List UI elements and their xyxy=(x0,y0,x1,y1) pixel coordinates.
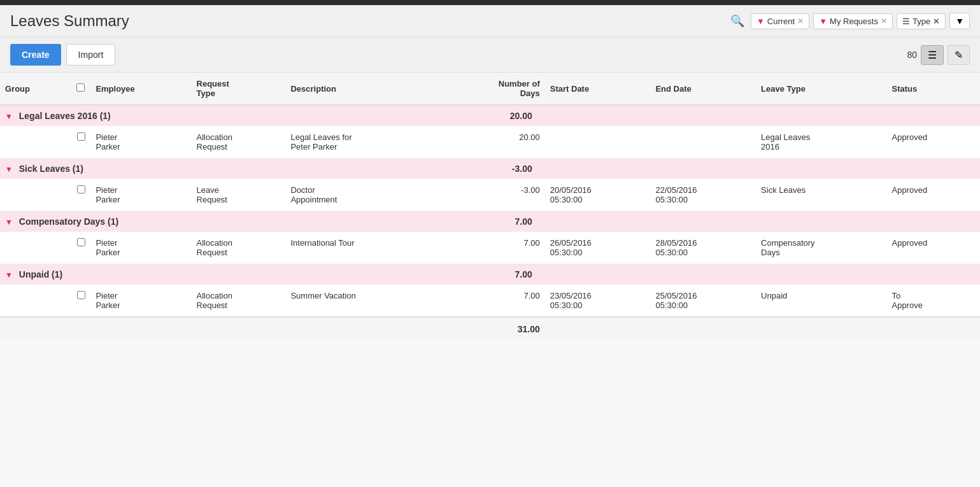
col-status: Status xyxy=(887,73,980,105)
filter-type[interactable]: ☰ Type ✕ xyxy=(897,13,946,29)
group-collapse-arrow[interactable]: ▼ xyxy=(5,271,13,279)
group-row[interactable]: ▼ Compensatory Days (1) 7.00 xyxy=(0,211,980,232)
group-label: ▼ Sick Leaves (1) xyxy=(0,159,439,180)
col-employee: Employee xyxy=(90,73,191,105)
col-end-date: End Date xyxy=(650,73,756,105)
top-bar xyxy=(0,0,980,5)
cell-status: Approved xyxy=(887,232,980,264)
cell-start-date: 26/05/2016 05:30:00 xyxy=(545,232,651,264)
create-button[interactable]: Create xyxy=(10,44,61,66)
group-collapse-arrow[interactable]: ▼ xyxy=(5,165,13,174)
cell-number-of-days: -3.00 xyxy=(439,179,545,211)
filter-current[interactable]: ▼ Current ✕ xyxy=(751,13,809,29)
cell-leave-type: Sick Leaves xyxy=(756,179,886,211)
cell-checkbox[interactable] xyxy=(71,285,90,317)
cell-group-spacer xyxy=(0,126,71,159)
list-icon-type: ☰ xyxy=(902,17,910,26)
grand-total-value: 31.00 xyxy=(439,317,545,341)
import-button[interactable]: Import xyxy=(66,44,116,66)
row-checkbox-0-0[interactable] xyxy=(77,132,85,141)
group-total: -3.00 xyxy=(439,159,545,180)
toolbar-left: Create Import xyxy=(10,44,115,66)
col-number-of-days: Number ofDays xyxy=(439,73,545,105)
cell-group-spacer xyxy=(0,179,71,211)
cell-number-of-days: 20.00 xyxy=(439,126,545,159)
group-row[interactable]: ▼ Sick Leaves (1) -3.00 xyxy=(0,159,980,180)
select-all-checkbox[interactable] xyxy=(76,83,85,92)
group-row[interactable]: ▼ Legal Leaves 2016 (1) 20.00 xyxy=(0,105,980,126)
cell-start-date: 23/05/2016 05:30:00 xyxy=(545,285,651,317)
col-leave-type: Leave Type xyxy=(756,73,886,105)
search-button[interactable]: 🔍 xyxy=(728,11,747,31)
table-row[interactable]: Pieter Parker Allocation Request Legal L… xyxy=(0,126,980,159)
group-total: 7.00 xyxy=(439,264,545,285)
col-request-type: RequestType xyxy=(192,73,286,105)
cell-end-date: 25/05/2016 05:30:00 xyxy=(650,285,756,317)
cell-checkbox[interactable] xyxy=(71,232,90,264)
cell-leave-type: Unpaid xyxy=(756,285,886,317)
filter-my-requests[interactable]: ▼ My Requests ✕ xyxy=(813,13,893,29)
cell-start-date xyxy=(545,126,651,159)
col-start-date: Start Date xyxy=(545,73,651,105)
cell-end-date xyxy=(650,126,756,159)
col-description: Description xyxy=(285,73,439,105)
group-total: 20.00 xyxy=(439,105,545,126)
filter-current-label: Current xyxy=(767,17,795,26)
table-row[interactable]: Pieter Parker Leave Request Doctor Appoi… xyxy=(0,179,980,211)
filters-dropdown-button[interactable]: ▼ xyxy=(949,13,970,29)
row-checkbox-2-0[interactable] xyxy=(77,238,85,246)
cell-end-date: 22/05/2016 05:30:00 xyxy=(650,179,756,211)
col-checkbox xyxy=(71,73,90,105)
cell-description: Doctor Appointment xyxy=(285,179,439,211)
cell-status: To Approve xyxy=(887,285,980,317)
filter-current-close[interactable]: ✕ xyxy=(797,17,804,25)
cell-status: Approved xyxy=(887,179,980,211)
record-count: 80 xyxy=(907,50,917,60)
filter-my-requests-label: My Requests xyxy=(830,17,878,26)
col-group: Group xyxy=(0,73,71,105)
toolbar: Create Import 80 ☰ ✎ xyxy=(0,38,980,73)
filter-type-label: Type xyxy=(913,17,930,26)
funnel-icon-my-requests: ▼ xyxy=(819,17,827,26)
grand-total-row: 31.00 xyxy=(0,317,980,341)
group-collapse-arrow[interactable]: ▼ xyxy=(5,218,13,227)
group-label: ▼ Legal Leaves 2016 (1) xyxy=(0,105,439,126)
cell-description: International Tour xyxy=(285,232,439,264)
cell-leave-type: Compensatory Days xyxy=(756,232,886,264)
cell-end-date: 28/05/2016 05:30:00 xyxy=(650,232,756,264)
cell-employee: Pieter Parker xyxy=(90,126,191,159)
table-header-row: Group Employee RequestType Description N… xyxy=(0,73,980,105)
header-controls: 🔍 ▼ Current ✕ ▼ My Requests ✕ ☰ Type ✕ ▼ xyxy=(728,11,970,31)
group-label: ▼ Compensatory Days (1) xyxy=(0,211,439,232)
filter-my-requests-close[interactable]: ✕ xyxy=(881,17,887,25)
edit-view-button[interactable]: ✎ xyxy=(948,45,970,65)
cell-number-of-days: 7.00 xyxy=(439,232,545,264)
table-row[interactable]: Pieter Parker Allocation Request Interna… xyxy=(0,232,980,264)
cell-request-type: Allocation Request xyxy=(192,285,286,317)
cell-description: Summer Vacation xyxy=(285,285,439,317)
cell-request-type: Allocation Request xyxy=(192,232,286,264)
row-checkbox-3-0[interactable] xyxy=(77,291,85,299)
toolbar-right: 80 ☰ ✎ xyxy=(907,45,970,65)
group-row[interactable]: ▼ Unpaid (1) 7.00 xyxy=(0,264,980,285)
cell-number-of-days: 7.00 xyxy=(439,285,545,317)
cell-checkbox[interactable] xyxy=(71,126,90,159)
cell-group-spacer xyxy=(0,232,71,264)
funnel-icon-current: ▼ xyxy=(756,17,765,26)
page-title: Leaves Summary xyxy=(10,12,129,30)
cell-start-date: 20/05/2016 05:30:00 xyxy=(545,179,651,211)
cell-description: Legal Leaves for Peter Parker xyxy=(285,126,439,159)
cell-request-type: Allocation Request xyxy=(192,126,286,159)
cell-employee: Pieter Parker xyxy=(90,179,191,211)
table-row[interactable]: Pieter Parker Allocation Request Summer … xyxy=(0,285,980,317)
cell-employee: Pieter Parker xyxy=(90,232,191,264)
group-collapse-arrow[interactable]: ▼ xyxy=(5,112,13,121)
page-header: Leaves Summary 🔍 ▼ Current ✕ ▼ My Reques… xyxy=(0,5,980,38)
grand-total-label xyxy=(0,317,439,341)
filter-type-close[interactable]: ✕ xyxy=(933,17,940,26)
cell-group-spacer xyxy=(0,285,71,317)
row-checkbox-1-0[interactable] xyxy=(77,185,85,194)
cell-checkbox[interactable] xyxy=(71,179,90,211)
cell-employee: Pieter Parker xyxy=(90,285,191,317)
list-view-button[interactable]: ☰ xyxy=(921,45,944,65)
